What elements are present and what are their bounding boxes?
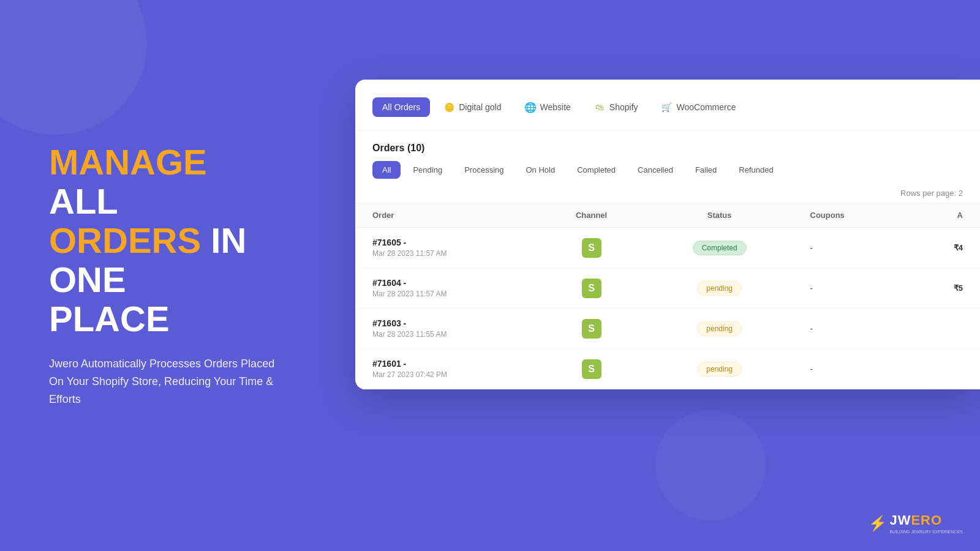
amount-cell [907, 309, 980, 349]
table-row[interactable]: #71603 -Mar 28 2023 11:55 AMSpending- [355, 309, 980, 349]
website-icon: 🌐 [525, 102, 536, 113]
col-header-order: Order [355, 203, 537, 228]
coupons-cell: - [793, 309, 908, 349]
status-tab-pending[interactable]: Pending [403, 161, 452, 179]
order-id: #71601 - [372, 359, 519, 369]
hero-subtitle: Jwero Automatically Processes Orders Pla… [49, 355, 276, 408]
status-badge: pending [697, 281, 742, 296]
table-row[interactable]: #71601 -Mar 27 2023 07:42 PMSpending- [355, 349, 980, 389]
jwero-logo-ero: ERO [911, 512, 942, 528]
hero-title: MANAGE ALL ORDERS IN ONE PLACE [49, 143, 276, 338]
jwero-tagline: BUILDING JEWELRY EXPERIENCES [889, 530, 963, 534]
col-header-channel: Channel [537, 203, 646, 228]
rows-per-page-value: 2 [959, 189, 963, 198]
status-tab-refunded[interactable]: Refunded [729, 161, 783, 179]
status-tab-processing[interactable]: Processing [454, 161, 513, 179]
status-tab-cancelled[interactable]: Cancelled [628, 161, 683, 179]
jwero-logo-text: JWERO [889, 512, 963, 528]
channel-cell: S [537, 309, 646, 349]
tab-website-label: Website [540, 102, 571, 112]
order-cell: #71604 -Mar 28 2023 11:57 AM [355, 268, 537, 309]
order-cell: #71601 -Mar 27 2023 07:42 PM [355, 349, 537, 389]
status-tab-all[interactable]: All [372, 161, 401, 179]
tab-woocommerce-label: WooCommerce [677, 102, 736, 112]
tab-digital-gold[interactable]: 🪙 Digital gold [434, 97, 511, 118]
shopify-channel-icon: S [582, 279, 601, 298]
tab-shopify[interactable]: 🛍 Shopify [584, 97, 648, 118]
hero-title-manage: MANAGE [49, 142, 207, 182]
tab-website[interactable]: 🌐 Website [515, 97, 581, 118]
digital-gold-icon: 🪙 [443, 102, 454, 113]
channel-cell: S [537, 349, 646, 389]
col-header-amount: A [907, 203, 980, 228]
amount-cell: ₹4 [907, 228, 980, 268]
status-badge: Completed [693, 241, 747, 255]
coupons-cell: - [793, 228, 908, 268]
channel-tabs: All Orders 🪙 Digital gold 🌐 Website 🛍 Sh… [355, 97, 980, 130]
order-date: Mar 27 2023 07:42 PM [372, 370, 519, 379]
order-date: Mar 28 2023 11:55 AM [372, 330, 519, 339]
hero-title-orders: ORDERS [49, 220, 201, 260]
coupons-cell: - [793, 349, 908, 389]
order-date: Mar 28 2023 11:57 AM [372, 290, 519, 298]
orders-title: Orders (10) [372, 143, 424, 153]
status-cell: pending [646, 349, 793, 389]
channel-cell: S [537, 228, 646, 268]
orders-table: Order Channel Status Coupons A #71605 -M… [355, 203, 980, 389]
amount-cell [907, 349, 980, 389]
jwero-lightning-icon: ⚡ [869, 515, 887, 532]
status-badge: pending [697, 362, 742, 377]
rows-per-page: Rows per page: 2 [355, 189, 980, 203]
table-row[interactable]: #71605 -Mar 28 2023 11:57 AMSCompleted-₹… [355, 228, 980, 268]
shopify-channel-icon: S [582, 359, 601, 379]
col-header-status: Status [646, 203, 793, 228]
status-tab-failed[interactable]: Failed [685, 161, 726, 179]
status-tab-onhold[interactable]: On Hold [516, 161, 565, 179]
hero-section: MANAGE ALL ORDERS IN ONE PLACE Jwero Aut… [0, 0, 325, 551]
orders-header: Orders (10) [355, 130, 980, 161]
status-badge: pending [697, 321, 742, 336]
order-date: Mar 28 2023 11:57 AM [372, 249, 519, 258]
orders-card: All Orders 🪙 Digital gold 🌐 Website 🛍 Sh… [355, 80, 980, 389]
tab-woocommerce[interactable]: 🛒 WooCommerce [652, 97, 746, 118]
hero-title-place: PLACE [49, 299, 170, 339]
table-row[interactable]: #71604 -Mar 28 2023 11:57 AMSpending-₹5 [355, 268, 980, 309]
coupons-cell: - [793, 268, 908, 309]
order-cell: #71603 -Mar 28 2023 11:55 AM [355, 309, 537, 349]
shopify-channel-icon: S [582, 238, 601, 258]
shopify-icon: 🛍 [594, 102, 605, 113]
order-cell: #71605 -Mar 28 2023 11:57 AM [355, 228, 537, 268]
status-cell: pending [646, 309, 793, 349]
status-cell: pending [646, 268, 793, 309]
hero-title-all: ALL [49, 181, 118, 221]
amount-cell: ₹5 [907, 268, 980, 309]
tab-digital-gold-label: Digital gold [459, 102, 501, 112]
status-tab-completed[interactable]: Completed [567, 161, 625, 179]
order-id: #71605 - [372, 238, 519, 247]
channel-cell: S [537, 268, 646, 309]
bg-decoration-3 [655, 410, 766, 520]
order-id: #71603 - [372, 318, 519, 328]
rows-per-page-label: Rows per page: [900, 189, 956, 198]
tab-all-orders[interactable]: All Orders [372, 97, 430, 117]
jwero-logo-jw: JW [889, 512, 911, 528]
order-id: #71604 - [372, 278, 519, 288]
status-cell: Completed [646, 228, 793, 268]
status-filter-tabs: All Pending Processing On Hold Completed… [355, 161, 980, 189]
shopify-channel-icon: S [582, 319, 601, 339]
col-header-coupons: Coupons [793, 203, 908, 228]
tab-shopify-label: Shopify [609, 102, 638, 112]
woocommerce-icon: 🛒 [662, 102, 673, 113]
jwero-logo: ⚡ JWERO BUILDING JEWELRY EXPERIENCES [869, 512, 963, 534]
tab-all-orders-label: All Orders [382, 102, 420, 112]
jwero-logo-container: JWERO BUILDING JEWELRY EXPERIENCES [889, 512, 963, 534]
